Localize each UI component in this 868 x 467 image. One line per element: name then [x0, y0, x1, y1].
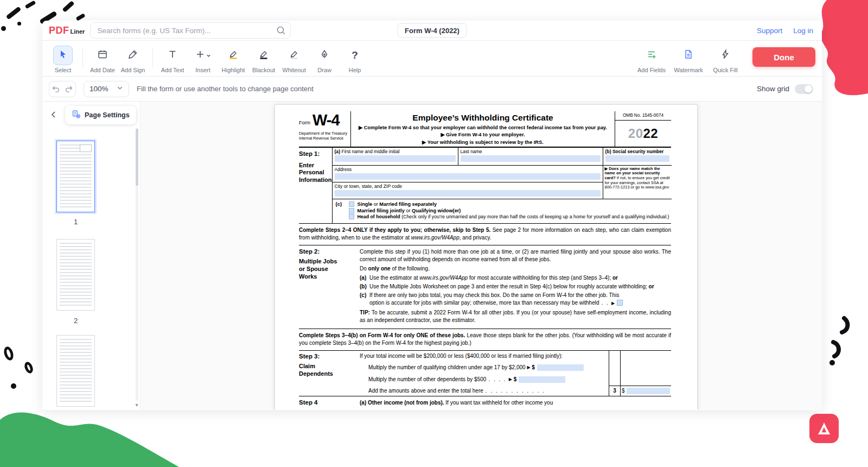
- city-field[interactable]: [335, 190, 601, 197]
- step3-label-column: Step 3: Claim Dependents: [299, 351, 360, 396]
- first-name-field[interactable]: [335, 155, 456, 162]
- toolbar-hint-text: Fill the form or use another tools to ch…: [137, 85, 314, 93]
- step2-section: Step 2: Multiple Jobs or Spouse Works Co…: [299, 245, 671, 329]
- blackout-marker-icon: [258, 49, 269, 62]
- head-of-household-checkbox[interactable]: [349, 214, 354, 219]
- form-number-cell: Form W-4 Department of the Treasury Inte…: [299, 111, 351, 147]
- step3-section: Step 3: Claim Dependents If your total i…: [299, 351, 671, 396]
- page-settings-icon: [72, 110, 81, 121]
- pdfliner-app-window: PDFLiner Form W-4 (2022) Support Log in …: [42, 21, 822, 410]
- city-cell: City or town, state, and ZIP code: [333, 182, 603, 199]
- page-thumbnail-3[interactable]: [56, 335, 95, 407]
- watermark-document-icon: [683, 49, 694, 62]
- whiteout-button[interactable]: Whiteout: [279, 46, 309, 73]
- quick-fill-button[interactable]: Quick Fill: [708, 46, 743, 73]
- step2-do-only-one: Do only one of the following.: [360, 265, 671, 273]
- select-tool-button[interactable]: Select: [48, 46, 78, 73]
- step3-total-line: Add the amounts above and enter the tota…: [360, 386, 609, 396]
- undo-button[interactable]: [49, 81, 62, 97]
- pdfliner-brand-icon: [809, 414, 839, 443]
- undo-redo-group: [49, 81, 76, 97]
- document-canvas: Form W-4 Department of the Treasury Inte…: [140, 102, 822, 409]
- form-title-cell: Employee’s Withholding Certificate ▶ Com…: [351, 111, 615, 147]
- step1-label-column: Step 1: Enter Personal Information: [299, 148, 332, 223]
- step2-label-column: Step 2: Multiple Jobs or Spouse Works: [299, 248, 360, 325]
- ssn-field[interactable]: [605, 155, 669, 162]
- thumbnail-box: [80, 144, 92, 152]
- blackout-button[interactable]: Blackout: [248, 46, 279, 73]
- toolbar-right-group: Add Fields Watermark Quick Fill Done: [634, 46, 815, 73]
- page-thumbnail-2[interactable]: [56, 239, 95, 311]
- done-button[interactable]: Done: [752, 47, 815, 67]
- thumbnail-content: [60, 243, 92, 307]
- single-checkbox[interactable]: [349, 201, 354, 207]
- show-grid-toggle[interactable]: [795, 84, 813, 94]
- show-grid-control: Show grid: [757, 84, 813, 94]
- last-name-field[interactable]: [461, 155, 601, 162]
- page-number-1: 1: [56, 218, 95, 226]
- draw-label: Draw: [317, 67, 331, 73]
- redo-button[interactable]: [62, 81, 75, 97]
- arrow-right-icon: ▶: [527, 365, 530, 370]
- highlight-button[interactable]: Highlight: [218, 46, 248, 73]
- draw-button[interactable]: Draw: [309, 46, 340, 73]
- page-settings-button[interactable]: Page Settings: [65, 106, 136, 124]
- total-amount-field[interactable]: [627, 388, 670, 394]
- form-header: Form W-4 Department of the Treasury Inte…: [299, 111, 671, 148]
- first-name-cell: (a) First name and middle initial: [333, 148, 458, 165]
- signature-pen-icon: [127, 49, 138, 62]
- pdfliner-logo[interactable]: PDFLiner: [49, 26, 85, 35]
- blackout-label: Blackout: [252, 67, 275, 73]
- filing-status-married-row: Married filing jointly or Qualifying wid…: [349, 208, 669, 213]
- toolbar-divider: [82, 48, 83, 67]
- add-fields-button[interactable]: Add Fields: [634, 46, 669, 73]
- omb-year-cell: OMB No. 1545-0074 2022: [615, 111, 671, 147]
- help-button[interactable]: ? Help: [340, 46, 370, 73]
- search-input[interactable]: [90, 22, 291, 39]
- scroll-down-arrow[interactable]: ▾: [133, 402, 140, 409]
- step2-tip: TIP: To be accurate, submit a 2022 Form …: [360, 309, 671, 324]
- two-jobs-checkbox[interactable]: [617, 300, 623, 306]
- children-amount-field[interactable]: [537, 364, 584, 371]
- sidebar-scrollbar-thumb[interactable]: [136, 129, 138, 186]
- question-mark-icon: ?: [352, 49, 358, 61]
- insert-button[interactable]: Insert: [188, 46, 218, 73]
- add-date-button[interactable]: Add Date: [87, 46, 118, 73]
- step1-fields-box: (a) First name and middle initial Last n…: [332, 148, 672, 223]
- add-text-button[interactable]: Add Text: [157, 46, 188, 73]
- married-jointly-checkbox[interactable]: [349, 208, 354, 213]
- omb-number: OMB No. 1545-0074: [615, 111, 671, 121]
- pen-nib-icon: [319, 49, 330, 62]
- ssn-cell: (b) Social security number: [603, 148, 672, 165]
- add-text-label: Add Text: [161, 67, 184, 73]
- thumbnail-content: [60, 339, 92, 403]
- address-cell: Address: [333, 165, 603, 182]
- ink-marks-right: [828, 315, 854, 367]
- logo-pdf-text: PDF: [49, 26, 69, 35]
- search-icon: [276, 25, 286, 38]
- content-area: Page Settings 1 2 ▾: [42, 102, 822, 409]
- steps-3-4b-note: Complete Steps 3–4(b) on Form W-4 for on…: [299, 329, 671, 351]
- arrow-right-icon: ▶: [509, 377, 512, 382]
- step3-children-line: Multiply the number of qualifying childr…: [360, 362, 609, 374]
- line-3-amount-cell: $: [620, 386, 671, 396]
- address-field[interactable]: [335, 173, 601, 180]
- page-thumbnail-1[interactable]: [56, 141, 95, 212]
- select-tool-label: Select: [55, 67, 72, 73]
- form-year: 2022: [615, 121, 671, 147]
- top-links: Support Log in: [757, 27, 813, 35]
- step2-option-a: (a) Use the estimator at www.irs.gov/W4A…: [360, 274, 671, 282]
- zoom-select[interactable]: 100%: [84, 81, 129, 97]
- watermark-button[interactable]: Watermark: [669, 46, 708, 73]
- collapse-sidebar-button[interactable]: [47, 108, 61, 122]
- login-link[interactable]: Log in: [793, 27, 813, 35]
- amount-column: [620, 351, 671, 386]
- support-link[interactable]: Support: [757, 27, 782, 35]
- other-dependents-amount-field[interactable]: [519, 376, 565, 383]
- filing-status-row: (c) Single or Married filing separately …: [333, 199, 672, 223]
- document-title: Form W-4 (2022): [397, 23, 467, 38]
- step1-label: Step 1:: [299, 150, 332, 157]
- add-sign-button[interactable]: Add Sign: [118, 46, 148, 73]
- filing-status-single-row: Single or Married filing separately: [349, 201, 669, 207]
- cursor-icon: [58, 49, 68, 62]
